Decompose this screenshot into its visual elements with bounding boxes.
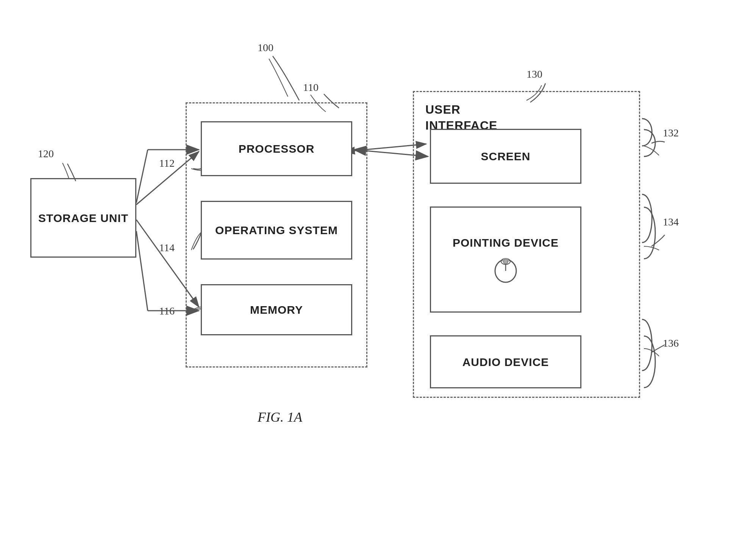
ref-label-136: 136: [663, 337, 679, 349]
pointing-device-box: POINTING DEVICE: [430, 206, 581, 313]
ref-label-100: 100: [258, 42, 273, 54]
ref-label-120: 120: [38, 148, 54, 160]
mouse-icon: [487, 254, 525, 284]
ref-label-110: 110: [303, 81, 319, 94]
processor-box: PROCESSOR: [201, 121, 352, 176]
pointing-device-label: POINTING DEVICE: [453, 235, 559, 250]
svg-line-16: [136, 231, 148, 311]
screen-label: SCREEN: [481, 149, 530, 164]
svg-line-14: [136, 150, 148, 203]
diagram-container: 100 110 120 112 114 116 130 132 134 136 …: [0, 0, 742, 560]
ref-label-114: 114: [159, 242, 175, 254]
memory-label: MEMORY: [250, 302, 303, 317]
ref-label-112: 112: [159, 157, 175, 169]
figure-caption: FIG. 1A: [258, 409, 302, 425]
storage-unit-label: STORAGE UNIT: [38, 211, 128, 225]
operating-system-label: OPERATING SYSTEM: [215, 223, 338, 238]
screen-box: SCREEN: [430, 129, 581, 184]
audio-device-box: AUDIO DEVICE: [430, 335, 581, 388]
ref-label-132: 132: [663, 127, 679, 139]
audio-device-label: AUDIO DEVICE: [462, 355, 549, 369]
ref-label-130: 130: [526, 68, 542, 80]
processor-label: PROCESSOR: [239, 141, 315, 156]
operating-system-box: OPERATING SYSTEM: [201, 201, 352, 260]
svg-rect-11: [504, 259, 508, 264]
memory-box: MEMORY: [201, 284, 352, 335]
ref-label-134: 134: [663, 216, 679, 228]
ref-label-116: 116: [159, 305, 175, 317]
storage-unit-box: STORAGE UNIT: [30, 178, 136, 258]
